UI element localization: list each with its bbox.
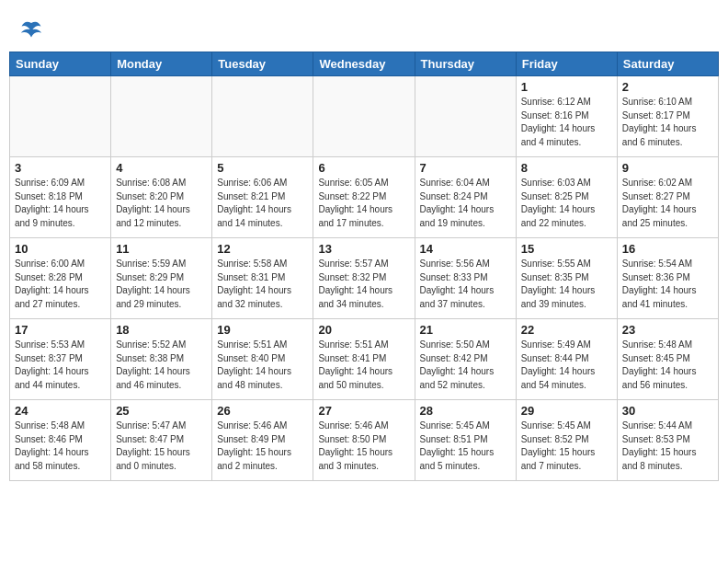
days-header-row: SundayMondayTuesdayWednesdayThursdayFrid… [10, 52, 719, 76]
day-number: 19 [217, 323, 308, 337]
calendar-cell: 7Sunrise: 6:04 AM Sunset: 8:24 PM Daylig… [415, 157, 516, 238]
calendar-cell: 28Sunrise: 5:45 AM Sunset: 8:51 PM Dayli… [415, 400, 516, 481]
day-info: Sunrise: 5:51 AM Sunset: 8:40 PM Dayligh… [217, 339, 308, 392]
day-header-sunday: Sunday [10, 52, 111, 76]
calendar-cell [415, 76, 516, 157]
calendar-week-row: 10Sunrise: 6:00 AM Sunset: 8:28 PM Dayli… [10, 238, 719, 319]
calendar-cell: 4Sunrise: 6:08 AM Sunset: 8:20 PM Daylig… [111, 157, 212, 238]
day-info: Sunrise: 6:05 AM Sunset: 8:22 PM Dayligh… [318, 177, 409, 230]
calendar-cell: 1Sunrise: 6:12 AM Sunset: 8:16 PM Daylig… [516, 76, 617, 157]
calendar-cell: 24Sunrise: 5:48 AM Sunset: 8:46 PM Dayli… [10, 400, 111, 481]
day-info: Sunrise: 5:57 AM Sunset: 8:32 PM Dayligh… [318, 258, 409, 311]
day-info: Sunrise: 6:03 AM Sunset: 8:25 PM Dayligh… [521, 177, 612, 230]
day-info: Sunrise: 5:53 AM Sunset: 8:37 PM Dayligh… [15, 339, 106, 392]
day-number: 22 [521, 323, 612, 337]
calendar-cell: 19Sunrise: 5:51 AM Sunset: 8:40 PM Dayli… [212, 319, 313, 400]
calendar-cell: 22Sunrise: 5:49 AM Sunset: 8:44 PM Dayli… [516, 319, 617, 400]
day-info: Sunrise: 6:00 AM Sunset: 8:28 PM Dayligh… [15, 258, 106, 311]
calendar-week-row: 24Sunrise: 5:48 AM Sunset: 8:46 PM Dayli… [10, 400, 719, 481]
calendar-cell: 20Sunrise: 5:51 AM Sunset: 8:41 PM Dayli… [313, 319, 415, 400]
calendar-cell: 5Sunrise: 6:06 AM Sunset: 8:21 PM Daylig… [212, 157, 313, 238]
day-header-tuesday: Tuesday [212, 52, 313, 76]
calendar-table: SundayMondayTuesdayWednesdayThursdayFrid… [9, 52, 719, 481]
day-info: Sunrise: 5:48 AM Sunset: 8:45 PM Dayligh… [622, 339, 713, 392]
day-info: Sunrise: 5:54 AM Sunset: 8:36 PM Dayligh… [622, 258, 713, 311]
day-number: 10 [15, 242, 106, 256]
day-number: 16 [622, 242, 713, 256]
day-info: Sunrise: 6:06 AM Sunset: 8:21 PM Dayligh… [217, 177, 308, 230]
day-info: Sunrise: 5:47 AM Sunset: 8:47 PM Dayligh… [116, 419, 207, 473]
calendar-cell: 11Sunrise: 5:59 AM Sunset: 8:29 PM Dayli… [111, 238, 212, 319]
logo-icon [18, 17, 44, 42]
day-header-friday: Friday [516, 52, 617, 76]
day-info: Sunrise: 5:45 AM Sunset: 8:51 PM Dayligh… [420, 419, 511, 473]
calendar-cell: 25Sunrise: 5:47 AM Sunset: 8:47 PM Dayli… [111, 400, 212, 481]
day-number: 17 [15, 323, 106, 337]
day-number: 27 [318, 404, 409, 418]
logo [18, 17, 48, 42]
day-number: 2 [622, 80, 713, 94]
day-info: Sunrise: 5:49 AM Sunset: 8:44 PM Dayligh… [521, 339, 612, 392]
day-number: 30 [622, 404, 713, 418]
calendar-cell: 14Sunrise: 5:56 AM Sunset: 8:33 PM Dayli… [415, 238, 516, 319]
day-number: 1 [521, 80, 612, 94]
day-number: 18 [116, 323, 207, 337]
day-number: 21 [420, 323, 511, 337]
day-info: Sunrise: 5:45 AM Sunset: 8:52 PM Dayligh… [521, 419, 612, 473]
calendar-cell: 6Sunrise: 6:05 AM Sunset: 8:22 PM Daylig… [313, 157, 415, 238]
calendar-cell: 29Sunrise: 5:45 AM Sunset: 8:52 PM Dayli… [516, 400, 617, 481]
calendar-cell: 15Sunrise: 5:55 AM Sunset: 8:35 PM Dayli… [516, 238, 617, 319]
calendar-cell: 23Sunrise: 5:48 AM Sunset: 8:45 PM Dayli… [617, 319, 718, 400]
day-number: 15 [521, 242, 612, 256]
day-info: Sunrise: 6:04 AM Sunset: 8:24 PM Dayligh… [420, 177, 511, 230]
day-info: Sunrise: 5:55 AM Sunset: 8:35 PM Dayligh… [521, 258, 612, 311]
calendar-cell: 18Sunrise: 5:52 AM Sunset: 8:38 PM Dayli… [111, 319, 212, 400]
calendar-cell: 12Sunrise: 5:58 AM Sunset: 8:31 PM Dayli… [212, 238, 313, 319]
day-info: Sunrise: 6:10 AM Sunset: 8:17 PM Dayligh… [622, 96, 713, 149]
day-header-wednesday: Wednesday [313, 52, 415, 76]
calendar-cell: 17Sunrise: 5:53 AM Sunset: 8:37 PM Dayli… [10, 319, 111, 400]
day-info: Sunrise: 6:12 AM Sunset: 8:16 PM Dayligh… [521, 96, 612, 149]
day-number: 7 [420, 161, 511, 175]
day-info: Sunrise: 5:59 AM Sunset: 8:29 PM Dayligh… [116, 258, 207, 311]
day-number: 24 [15, 404, 106, 418]
day-info: Sunrise: 5:58 AM Sunset: 8:31 PM Dayligh… [217, 258, 308, 311]
calendar-cell [111, 76, 212, 157]
day-number: 9 [622, 161, 713, 175]
day-header-monday: Monday [111, 52, 212, 76]
calendar-cell: 9Sunrise: 6:02 AM Sunset: 8:27 PM Daylig… [617, 157, 718, 238]
day-info: Sunrise: 5:44 AM Sunset: 8:53 PM Dayligh… [622, 419, 713, 473]
calendar-cell [10, 76, 111, 157]
day-number: 29 [521, 404, 612, 418]
day-header-thursday: Thursday [415, 52, 516, 76]
calendar-cell [212, 76, 313, 157]
day-number: 11 [116, 242, 207, 256]
calendar-week-row: 17Sunrise: 5:53 AM Sunset: 8:37 PM Dayli… [10, 319, 719, 400]
calendar-week-row: 3Sunrise: 6:09 AM Sunset: 8:18 PM Daylig… [10, 157, 719, 238]
day-info: Sunrise: 6:02 AM Sunset: 8:27 PM Dayligh… [622, 177, 713, 230]
day-info: Sunrise: 5:51 AM Sunset: 8:41 PM Dayligh… [318, 339, 409, 392]
day-number: 12 [217, 242, 308, 256]
day-number: 6 [318, 161, 409, 175]
day-number: 23 [622, 323, 713, 337]
calendar-cell: 27Sunrise: 5:46 AM Sunset: 8:50 PM Dayli… [313, 400, 415, 481]
day-number: 26 [217, 404, 308, 418]
calendar-cell: 30Sunrise: 5:44 AM Sunset: 8:53 PM Dayli… [617, 400, 718, 481]
calendar-cell: 16Sunrise: 5:54 AM Sunset: 8:36 PM Dayli… [617, 238, 718, 319]
day-info: Sunrise: 6:08 AM Sunset: 8:20 PM Dayligh… [116, 177, 207, 230]
day-info: Sunrise: 5:56 AM Sunset: 8:33 PM Dayligh… [420, 258, 511, 311]
day-info: Sunrise: 5:48 AM Sunset: 8:46 PM Dayligh… [15, 419, 106, 473]
calendar-cell: 3Sunrise: 6:09 AM Sunset: 8:18 PM Daylig… [10, 157, 111, 238]
day-info: Sunrise: 6:09 AM Sunset: 8:18 PM Dayligh… [15, 177, 106, 230]
day-info: Sunrise: 5:50 AM Sunset: 8:42 PM Dayligh… [420, 339, 511, 392]
day-info: Sunrise: 5:46 AM Sunset: 8:50 PM Dayligh… [318, 419, 409, 473]
day-number: 20 [318, 323, 409, 337]
day-number: 25 [116, 404, 207, 418]
calendar-cell: 13Sunrise: 5:57 AM Sunset: 8:32 PM Dayli… [313, 238, 415, 319]
page-header [9, 9, 719, 46]
day-number: 14 [420, 242, 511, 256]
day-number: 5 [217, 161, 308, 175]
calendar-cell: 2Sunrise: 6:10 AM Sunset: 8:17 PM Daylig… [617, 76, 718, 157]
day-header-saturday: Saturday [617, 52, 718, 76]
calendar-cell: 26Sunrise: 5:46 AM Sunset: 8:49 PM Dayli… [212, 400, 313, 481]
